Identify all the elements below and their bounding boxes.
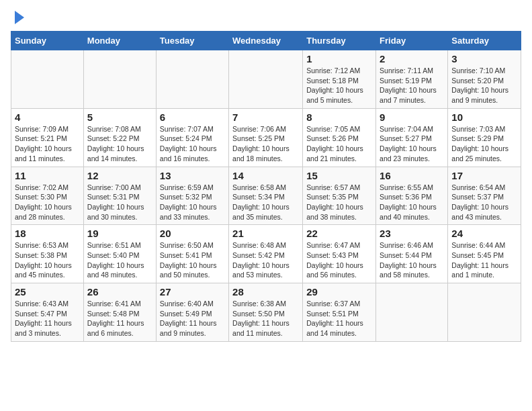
day-detail: Sunrise: 7:09 AM Sunset: 5:21 PM Dayligh… [15,124,80,164]
day-detail: Sunrise: 6:58 AM Sunset: 5:34 PM Dayligh… [232,183,299,222]
day-number: 25 [15,286,80,298]
day-number: 4 [15,111,80,123]
day-cell: 24Sunrise: 6:44 AM Sunset: 5:45 PM Dayli… [448,225,521,283]
day-detail: Sunrise: 7:06 AM Sunset: 5:25 PM Dayligh… [232,124,299,164]
day-number: 24 [451,228,517,239]
day-cell: 13Sunrise: 6:59 AM Sunset: 5:32 PM Dayli… [156,167,228,225]
day-number: 11 [15,170,80,181]
day-number: 13 [160,170,225,181]
day-detail: Sunrise: 6:44 AM Sunset: 5:45 PM Dayligh… [451,240,517,280]
col-header-friday: Friday [376,32,448,50]
week-row-3: 11Sunrise: 7:02 AM Sunset: 5:30 PM Dayli… [11,167,521,225]
day-detail: Sunrise: 6:54 AM Sunset: 5:37 PM Dayligh… [451,183,517,222]
day-cell: 8Sunrise: 7:05 AM Sunset: 5:26 PM Daylig… [303,108,376,167]
day-number: 7 [232,111,299,123]
day-number: 17 [451,170,517,181]
day-number: 20 [160,228,225,239]
week-row-2: 4Sunrise: 7:09 AM Sunset: 5:21 PM Daylig… [11,108,521,167]
day-detail: Sunrise: 7:03 AM Sunset: 5:29 PM Dayligh… [451,124,517,164]
col-header-tuesday: Tuesday [156,32,228,50]
day-number: 18 [15,228,80,239]
col-header-thursday: Thursday [303,32,376,50]
week-row-5: 25Sunrise: 6:43 AM Sunset: 5:47 PM Dayli… [11,283,521,342]
day-number: 29 [306,286,372,298]
day-detail: Sunrise: 7:11 AM Sunset: 5:19 PM Dayligh… [380,66,444,105]
day-cell: 19Sunrise: 6:51 AM Sunset: 5:40 PM Dayli… [83,225,156,283]
day-cell: 7Sunrise: 7:06 AM Sunset: 5:25 PM Daylig… [229,108,303,167]
day-cell: 21Sunrise: 6:48 AM Sunset: 5:42 PM Dayli… [229,225,303,283]
day-detail: Sunrise: 7:10 AM Sunset: 5:20 PM Dayligh… [451,66,517,105]
day-cell [229,50,303,109]
week-row-4: 18Sunrise: 6:53 AM Sunset: 5:38 PM Dayli… [11,225,521,283]
day-detail: Sunrise: 7:12 AM Sunset: 5:18 PM Dayligh… [306,66,372,105]
day-cell: 18Sunrise: 6:53 AM Sunset: 5:38 PM Dayli… [11,225,84,283]
day-number: 10 [451,111,517,123]
day-cell: 4Sunrise: 7:09 AM Sunset: 5:21 PM Daylig… [11,108,84,167]
day-cell: 26Sunrise: 6:41 AM Sunset: 5:48 PM Dayli… [83,283,156,342]
day-cell: 9Sunrise: 7:04 AM Sunset: 5:27 PM Daylig… [376,108,448,167]
day-detail: Sunrise: 6:43 AM Sunset: 5:47 PM Dayligh… [15,299,80,338]
logo [11,11,24,24]
col-header-sunday: Sunday [11,32,84,50]
day-detail: Sunrise: 7:08 AM Sunset: 5:22 PM Dayligh… [87,124,152,164]
day-cell: 10Sunrise: 7:03 AM Sunset: 5:29 PM Dayli… [448,108,521,167]
logo-arrow-icon [15,11,24,24]
day-detail: Sunrise: 6:38 AM Sunset: 5:50 PM Dayligh… [232,299,299,338]
day-detail: Sunrise: 6:40 AM Sunset: 5:49 PM Dayligh… [160,299,225,338]
day-number: 9 [380,111,444,123]
day-number: 15 [306,170,372,181]
day-number: 19 [87,228,152,239]
day-detail: Sunrise: 6:51 AM Sunset: 5:40 PM Dayligh… [87,240,152,280]
day-number: 23 [380,228,444,239]
day-detail: Sunrise: 7:00 AM Sunset: 5:31 PM Dayligh… [87,183,152,222]
day-number: 5 [87,111,152,123]
day-cell: 23Sunrise: 6:46 AM Sunset: 5:44 PM Dayli… [376,225,448,283]
day-cell [376,283,448,342]
day-cell: 27Sunrise: 6:40 AM Sunset: 5:49 PM Dayli… [156,283,228,342]
day-cell: 17Sunrise: 6:54 AM Sunset: 5:37 PM Dayli… [448,167,521,225]
day-number: 6 [160,111,225,123]
day-cell: 2Sunrise: 7:11 AM Sunset: 5:19 PM Daylig… [376,50,448,109]
day-cell: 22Sunrise: 6:47 AM Sunset: 5:43 PM Dayli… [303,225,376,283]
calendar-table: SundayMondayTuesdayWednesdayThursdayFrid… [11,31,521,342]
day-number: 21 [232,228,299,239]
day-number: 8 [306,111,372,123]
day-detail: Sunrise: 6:50 AM Sunset: 5:41 PM Dayligh… [160,240,225,280]
day-number: 1 [306,53,372,64]
day-cell: 14Sunrise: 6:58 AM Sunset: 5:34 PM Dayli… [229,167,303,225]
day-detail: Sunrise: 6:53 AM Sunset: 5:38 PM Dayligh… [15,240,80,280]
day-cell: 5Sunrise: 7:08 AM Sunset: 5:22 PM Daylig… [83,108,156,167]
day-cell: 28Sunrise: 6:38 AM Sunset: 5:50 PM Dayli… [229,283,303,342]
day-number: 16 [380,170,444,181]
day-cell: 12Sunrise: 7:00 AM Sunset: 5:31 PM Dayli… [83,167,156,225]
day-number: 2 [380,53,444,64]
day-detail: Sunrise: 7:05 AM Sunset: 5:26 PM Dayligh… [306,124,372,164]
day-detail: Sunrise: 6:46 AM Sunset: 5:44 PM Dayligh… [380,240,444,280]
day-detail: Sunrise: 7:02 AM Sunset: 5:30 PM Dayligh… [15,183,80,222]
day-cell: 6Sunrise: 7:07 AM Sunset: 5:24 PM Daylig… [156,108,228,167]
day-detail: Sunrise: 6:57 AM Sunset: 5:35 PM Dayligh… [306,183,372,222]
day-cell: 15Sunrise: 6:57 AM Sunset: 5:35 PM Dayli… [303,167,376,225]
day-cell [156,50,228,109]
day-detail: Sunrise: 6:59 AM Sunset: 5:32 PM Dayligh… [160,183,225,222]
day-detail: Sunrise: 6:47 AM Sunset: 5:43 PM Dayligh… [306,240,372,280]
page-header [11,11,521,24]
day-cell: 3Sunrise: 7:10 AM Sunset: 5:20 PM Daylig… [448,50,521,109]
day-cell: 29Sunrise: 6:37 AM Sunset: 5:51 PM Dayli… [303,283,376,342]
day-cell: 1Sunrise: 7:12 AM Sunset: 5:18 PM Daylig… [303,50,376,109]
day-number: 26 [87,286,152,298]
day-cell: 25Sunrise: 6:43 AM Sunset: 5:47 PM Dayli… [11,283,84,342]
day-detail: Sunrise: 7:07 AM Sunset: 5:24 PM Dayligh… [160,124,225,164]
day-number: 22 [306,228,372,239]
day-cell: 11Sunrise: 7:02 AM Sunset: 5:30 PM Dayli… [11,167,84,225]
day-number: 28 [232,286,299,298]
day-detail: Sunrise: 6:55 AM Sunset: 5:36 PM Dayligh… [380,183,444,222]
col-header-monday: Monday [83,32,156,50]
day-detail: Sunrise: 6:37 AM Sunset: 5:51 PM Dayligh… [306,299,372,338]
day-cell [11,50,84,109]
day-detail: Sunrise: 6:41 AM Sunset: 5:48 PM Dayligh… [87,299,152,338]
day-number: 3 [451,53,517,64]
col-header-saturday: Saturday [448,32,521,50]
day-detail: Sunrise: 6:48 AM Sunset: 5:42 PM Dayligh… [232,240,299,280]
day-cell [448,283,521,342]
